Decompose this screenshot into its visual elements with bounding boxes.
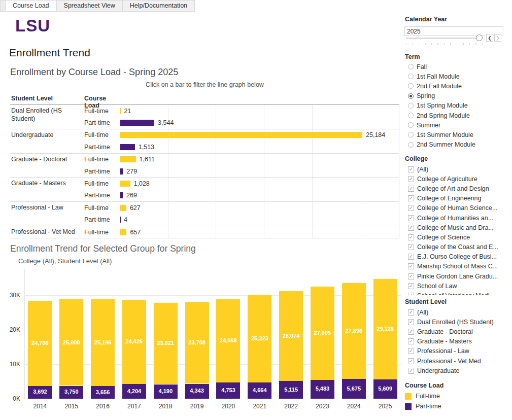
college-option[interactable]: ✓College of Humanities an... (404, 213, 508, 223)
checkbox-checked[interactable]: ✓ (408, 176, 414, 182)
radio-button[interactable] (408, 132, 414, 137)
student-level-option[interactable]: ✓Professional - Law (404, 346, 508, 356)
slider-handle[interactable] (476, 34, 483, 41)
term-option[interactable]: 2nd Fall Module (404, 81, 508, 91)
course-load-cell: Part-time (84, 165, 120, 177)
student-level-option[interactable]: ✓Graduate - Masters (404, 337, 508, 346)
checkbox-checked[interactable]: ✓ (408, 348, 414, 354)
radio-button[interactable] (408, 142, 414, 148)
college-option[interactable]: ✓(All) (404, 164, 508, 174)
checkbox-checked[interactable]: ✓ (408, 309, 414, 316)
course-load-cell: Part-time (84, 141, 120, 153)
full-time-bar[interactable] (120, 229, 126, 235)
tab-spreadsheet-view[interactable]: Spreadsheet View (57, 0, 123, 12)
radio-button[interactable] (408, 113, 414, 118)
full-time-bar[interactable] (120, 156, 136, 162)
term-option-label: 2nd Fall Module (417, 83, 462, 90)
college-option[interactable]: ✓College of Music and Dra... (404, 223, 508, 232)
previous-year-button[interactable]: ❮ (486, 34, 493, 42)
term-option[interactable]: 1st Summer Module (404, 130, 508, 139)
college-option[interactable]: ✓E.J. Ourso College of Busi... (404, 252, 508, 262)
bar-value-label: 269 (126, 192, 137, 199)
radio-button[interactable] (408, 83, 414, 89)
chevron-left-icon: ❮ (488, 36, 492, 41)
full-time-bar[interactable] (120, 181, 130, 187)
checkbox-checked[interactable]: ✓ (408, 329, 414, 335)
college-option[interactable]: ✓School of Law (404, 281, 508, 291)
tab-course-load[interactable]: Course Load (6, 0, 57, 12)
checkbox-checked[interactable]: ✓ (408, 293, 414, 295)
checkbox-checked[interactable]: ✓ (408, 263, 414, 269)
term-option-label: Fall (417, 63, 427, 71)
student-level-cell: Dual Enrolled (HS Student) (10, 105, 84, 129)
trend-chart-subtitle: College (All), Student Level (All) (18, 257, 112, 265)
college-option[interactable]: ✓College of Art and Design (404, 184, 508, 193)
part-time-bar[interactable] (120, 192, 123, 198)
full-time-value-label: 23,708 (185, 339, 209, 345)
full-time-bar[interactable] (120, 205, 126, 211)
part-time-bar[interactable] (120, 144, 135, 150)
college-option[interactable]: ✓Pinkie Gordon Lane Gradu... (404, 271, 508, 281)
checkbox-checked[interactable]: ✓ (408, 273, 414, 279)
student-level-option[interactable]: ✓Graduate - Doctoral (404, 327, 508, 336)
radio-button[interactable] (408, 93, 414, 99)
radio-button[interactable] (408, 103, 414, 109)
part-time-value-label: 3,750 (59, 389, 83, 395)
full-time-bar[interactable] (120, 132, 362, 138)
college-option-label: College of Art and Design (417, 185, 489, 192)
term-option[interactable]: Spring (404, 91, 508, 101)
term-option[interactable]: 2nd Spring Module (404, 111, 508, 120)
slider-track[interactable] (406, 38, 481, 39)
college-option[interactable]: ✓School of Veterinary Medi... (404, 291, 508, 295)
term-option[interactable]: Fall (404, 62, 508, 72)
bar-cell: 25,184 (120, 129, 399, 141)
checkbox-checked[interactable]: ✓ (408, 283, 414, 289)
term-option[interactable]: Summer (404, 120, 508, 130)
part-time-bar[interactable] (120, 120, 154, 126)
checkbox-checked[interactable]: ✓ (408, 205, 414, 211)
x-axis-tick-label: 2018 (150, 403, 181, 410)
checkbox-checked[interactable]: ✓ (408, 195, 414, 201)
student-level-option[interactable]: ✓Undergraduate (404, 366, 508, 375)
checkbox-checked[interactable]: ✓ (408, 254, 414, 260)
radio-button[interactable] (408, 64, 414, 69)
y-axis-tick-label: 0K (0, 395, 20, 402)
checkbox-checked[interactable]: ✓ (408, 215, 414, 221)
term-option[interactable]: 2nd Summer Module (404, 140, 508, 150)
checkbox-checked[interactable]: ✓ (408, 368, 414, 374)
bar-chart-subtitle: Click on a bar to filter the line graph … (10, 81, 399, 88)
college-option[interactable]: ✓College of Agriculture (404, 174, 508, 184)
checkbox-checked[interactable]: ✓ (408, 166, 414, 172)
term-option[interactable]: 1st Fall Module (404, 72, 508, 81)
term-option[interactable]: 1st Spring Module (404, 101, 508, 111)
legend-swatch (405, 403, 412, 410)
next-year-button[interactable]: ❯ (494, 34, 501, 42)
checkbox-checked[interactable]: ✓ (408, 358, 414, 364)
student-level-option[interactable]: ✓Professional - Vet Med (404, 356, 508, 366)
checkbox-checked[interactable]: ✓ (408, 338, 414, 344)
college-option[interactable]: ✓Manship School of Mass C... (404, 262, 508, 271)
college-option-label: College of Humanities an... (417, 215, 493, 222)
radio-button[interactable] (408, 74, 414, 79)
college-option[interactable]: ✓College of the Coast and E... (404, 242, 508, 252)
tab-help-documentation[interactable]: Help/Documentation (123, 0, 195, 12)
legend-swatch (405, 393, 412, 400)
part-time-value-label: 5,483 (311, 386, 334, 392)
checkbox-checked[interactable]: ✓ (408, 319, 414, 325)
college-option-label: School of Law (417, 283, 457, 290)
part-time-bar[interactable] (120, 168, 123, 174)
term-option-label: 1st Fall Module (417, 73, 460, 80)
checkbox-checked[interactable]: ✓ (408, 244, 414, 250)
checkbox-checked[interactable]: ✓ (408, 225, 414, 231)
college-option-label: Manship School of Mass C... (417, 263, 498, 270)
checkbox-checked[interactable]: ✓ (408, 186, 414, 192)
x-axis-tick-label: 2019 (182, 403, 212, 410)
student-level-option[interactable]: ✓(All) (404, 307, 508, 317)
radio-button[interactable] (408, 122, 414, 128)
student-level-option[interactable]: ✓Dual Enrolled (HS Student) (404, 317, 508, 327)
college-option[interactable]: ✓College of Science (404, 232, 508, 242)
college-option[interactable]: ✓College of Human Science... (404, 203, 508, 213)
college-option[interactable]: ✓College of Engineering (404, 194, 508, 203)
checkbox-checked[interactable]: ✓ (408, 234, 414, 240)
college-option-label: College of Human Science... (417, 204, 497, 212)
